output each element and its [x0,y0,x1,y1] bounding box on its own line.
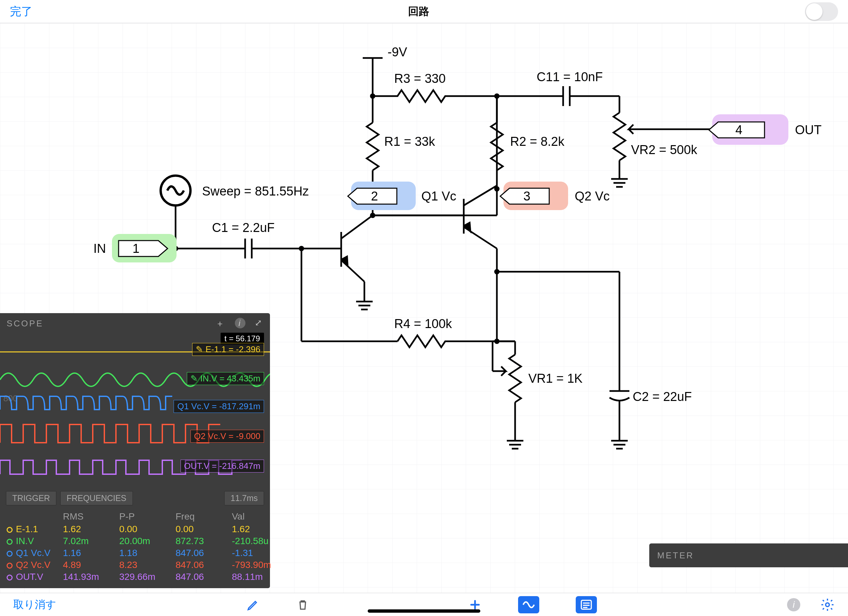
capacitor-c11[interactable]: C11 = 10nF [497,70,620,106]
resistor-r2[interactable]: R2 = 8.2k [491,96,565,170]
trigger-button[interactable]: TRIGGER [6,491,56,505]
svg-text:1: 1 [132,242,139,255]
add-icon[interactable]: ＋ [216,318,225,330]
info-icon[interactable]: i [235,318,245,328]
svg-line-49 [464,186,497,205]
settings-icon[interactable] [820,597,835,612]
table-row: E-1.11.620.000.001.62 [7,523,263,535]
frequencies-button[interactable]: FREQUENCIES [60,491,133,505]
table-row: Q1 Vc.V1.161.18847.06-1.31 [7,547,263,559]
table-row: OUT.V141.93m329.66m847.0688.11m [7,571,263,583]
scope-mode-icon[interactable] [518,596,539,613]
scope-title: SCOPE [7,318,43,329]
pencil-icon[interactable] [246,598,260,612]
expand-icon[interactable]: ⤢ [255,318,263,330]
svg-text:Q2 Vc: Q2 Vc [575,189,610,203]
transistor-q1[interactable] [301,215,373,309]
svg-text:C2 = 22uF: C2 = 22uF [633,390,692,404]
pin-3-q2vc[interactable]: 3 Q2 Vc [500,182,610,210]
svg-text:4: 4 [735,123,742,137]
timebase-button[interactable]: 11.7ms [224,491,264,505]
resistor-r4[interactable]: R4 = 100k [394,317,497,347]
capacitor-c2[interactable]: C2 = 22uF [497,272,692,449]
svg-text:R2 = 8.2k: R2 = 8.2k [510,135,565,148]
scope-panel[interactable]: SCOPE ＋ i ⤢ t = 56.179 800 ✎ E-1.1 = -2.… [0,313,270,588]
svg-text:Sweep = 851.55Hz: Sweep = 851.55Hz [202,184,309,198]
table-row: Q2 Vc.V4.898.23847.06-793.90m [7,559,263,571]
svg-text:VR1 = 1K: VR1 = 1K [528,371,583,385]
resistor-r3[interactable]: R3 = 330 [373,71,497,102]
trace-label-e11: ✎ E-1.1 = -2.396 [192,343,264,356]
measurements-table: RMS P-P Freq Val E-1.11.620.000.001.62IN… [0,509,270,588]
svg-text:IN: IN [93,242,106,255]
svg-text:OUT: OUT [795,123,821,137]
svg-text:C1 = 2.2uF: C1 = 2.2uF [212,221,274,235]
pin-4-out[interactable]: 4 OUT [709,114,821,145]
undo-button[interactable]: 取り消す [13,597,56,612]
home-indicator [368,609,480,613]
toggle-switch[interactable] [805,2,838,21]
meter-panel[interactable]: METER [649,543,848,567]
pin-1-in[interactable]: 1 IN [93,234,176,263]
svg-text:-9V: -9V [388,45,408,59]
trace-label-in: ✎ IN.V = 43.435m [187,372,264,385]
time-cursor: t = 56.179 [221,333,264,344]
svg-text:3: 3 [523,189,530,203]
svg-text:C11 = 10nF: C11 = 10nF [537,70,603,84]
svg-text:R3 = 330: R3 = 330 [394,71,446,86]
svg-text:R1 = 33k: R1 = 33k [384,135,435,148]
table-row: IN.V7.02m20.00m872.73-210.58u [7,535,263,547]
svg-line-41 [341,260,365,282]
supply-label: -9V [363,45,408,96]
app-title: 回路 [408,4,429,19]
topbar: 完了 回路 [0,0,848,23]
info-icon[interactable]: i [787,598,800,612]
trace-label-out: OUT.V = -216.847m [181,460,264,472]
potentiometer-vr1[interactable]: VR1 = 1K [492,341,583,449]
capacitor-c1[interactable]: C1 = 2.2uF [176,221,301,258]
trace-label-q2: Q2 Vc.V = -9.000 [190,430,264,443]
potentiometer-vr2[interactable]: VR2 = 500k [611,96,716,187]
trace-label-q1: Q1 Vc.V = -817.291m [173,400,264,413]
done-button[interactable]: 完了 [10,4,33,19]
svg-line-40 [341,215,373,239]
meter-mode-icon[interactable] [576,596,597,613]
sweep-source[interactable]: Sweep = 851.55Hz [161,176,309,248]
svg-text:VR2 = 500k: VR2 = 500k [631,143,698,157]
svg-text:R4 = 100k: R4 = 100k [394,317,452,331]
svg-text:Q1 Vc: Q1 Vc [421,189,457,203]
svg-point-96 [826,603,829,606]
trash-icon[interactable] [296,598,309,612]
